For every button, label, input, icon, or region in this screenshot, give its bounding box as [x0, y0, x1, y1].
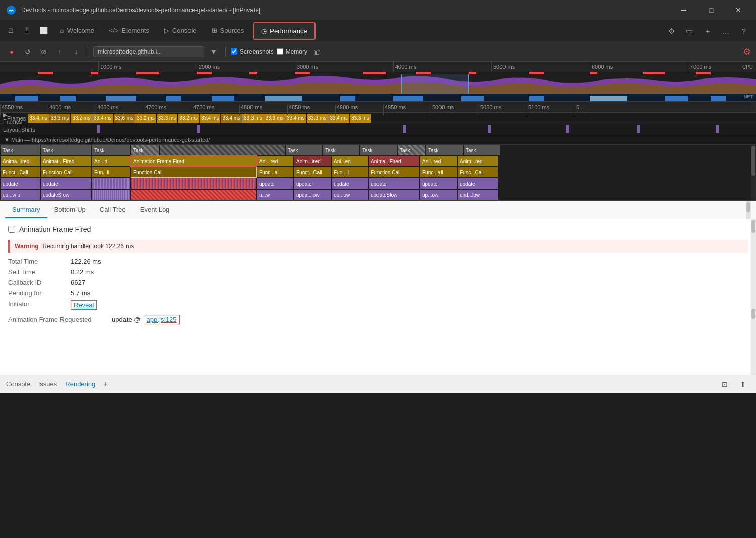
tasks-scrollbar-thumb[interactable] [751, 146, 755, 176]
reload-button[interactable]: ↺ [21, 45, 34, 58]
upload-button[interactable]: ↑ [53, 45, 67, 58]
func-call-3[interactable]: Fun...ll [92, 167, 130, 177]
status-icon-2[interactable]: ⬆ [736, 377, 750, 391]
event-checkbox[interactable] [8, 226, 15, 233]
tab-sidebar-toggle[interactable]: ⊡ [4, 20, 18, 42]
updateslow-8[interactable]: up...ow [420, 190, 457, 200]
summary-scrollbar-thumb[interactable] [751, 220, 755, 233]
updateslow-4[interactable]: u...w [257, 190, 293, 200]
frame-chip-9[interactable]: 33.4 ms [221, 114, 242, 123]
func-call-4[interactable]: Func...all [257, 167, 293, 177]
status-add-button[interactable]: + [103, 380, 108, 389]
update-3[interactable] [92, 178, 130, 189]
func-call-2[interactable]: Function Call [41, 167, 91, 177]
frame-chip-5[interactable]: 33.2 ms [135, 114, 156, 123]
update-selected[interactable] [131, 178, 256, 189]
tab-sources[interactable]: ⊞ Sources [205, 20, 251, 42]
frames-label[interactable]: ▶ Frames [0, 112, 5, 125]
frame-chip-14[interactable]: 33.4 ms [328, 114, 349, 123]
tab-device[interactable]: 📱 [19, 20, 35, 42]
update-4[interactable]: update [257, 178, 293, 189]
shift-marker-1[interactable] [97, 125, 100, 133]
task-1-4-stripe[interactable]: Task [131, 145, 159, 155]
reveal-link[interactable]: Reveal [71, 300, 97, 310]
frame-chip-1[interactable]: 33.3 ms [49, 114, 71, 123]
update-9[interactable]: update [458, 178, 498, 189]
panel-scrollbar-top[interactable] [746, 201, 751, 219]
anim-fired-1[interactable]: Anima...ired [1, 156, 40, 166]
update-2[interactable]: update [41, 178, 91, 189]
tab-console[interactable]: ▷ Console [157, 20, 204, 42]
clear-button[interactable]: ⊘ [37, 45, 50, 58]
tab-performance[interactable]: ◷ Performance [253, 22, 315, 40]
dropdown-arrow[interactable]: ▼ [207, 45, 220, 58]
status-issues-tab[interactable]: Issues [38, 380, 57, 388]
func-call-5[interactable]: Funct...Call [294, 167, 331, 177]
anim-fired-4[interactable]: Ani...red [257, 156, 293, 166]
tab-summary[interactable]: Summary [5, 202, 47, 218]
task-1-5[interactable]: Task [286, 145, 322, 155]
tasks-scrollbar-right[interactable] [751, 145, 756, 200]
anim-fired-3[interactable]: An...d [92, 156, 130, 166]
frame-chip-11[interactable]: 33.3 ms [264, 114, 285, 123]
anim-fired-9[interactable]: Anim...red [458, 156, 498, 166]
frame-chip-0[interactable]: 33.4 ms [28, 114, 49, 123]
anim-fired-6[interactable]: Ani...ed [332, 156, 368, 166]
task-1-7[interactable]: Task [360, 145, 397, 155]
summary-scrollbar[interactable] [751, 219, 756, 375]
tab-inspect[interactable]: ⬜ [36, 20, 52, 42]
status-console-tab[interactable]: Console [6, 380, 30, 388]
frame-chip-6[interactable]: 33.3 ms [157, 114, 178, 123]
shift-marker-6[interactable] [637, 125, 640, 133]
summary-scrollbar-thumb2[interactable] [751, 309, 755, 319]
update-7[interactable]: update [369, 178, 419, 189]
task-1-8-stripe[interactable]: Task [398, 145, 425, 155]
task-1-9[interactable]: Task [426, 145, 463, 155]
help-btn[interactable]: ? [736, 23, 752, 39]
frame-chip-4[interactable]: 33.6 ms [114, 114, 135, 123]
timeline-selection[interactable] [401, 74, 469, 94]
settings-gear-button[interactable]: ⚙ [743, 46, 751, 57]
update-8[interactable]: update [420, 178, 457, 189]
updateslow-9[interactable]: und...low [458, 190, 498, 200]
func-call-6[interactable]: Fun...ll [332, 167, 368, 177]
updateslow-5[interactable]: upda...low [294, 190, 331, 200]
anim-fired-7[interactable]: Anima...Fired [369, 156, 419, 166]
func-call-9[interactable]: Func...Call [458, 167, 498, 177]
shift-marker-4[interactable] [488, 125, 491, 133]
frame-chip-13[interactable]: 33.3 ms [307, 114, 328, 123]
frame-chip-8[interactable]: 33.4 ms [200, 114, 221, 123]
anim-fired-2[interactable]: Animat...Fired [41, 156, 91, 166]
tab-call-tree[interactable]: Call Tree [93, 202, 133, 218]
url-input[interactable] [93, 46, 204, 57]
updateslow-2[interactable]: updateSlow [41, 190, 91, 200]
add-tab-btn[interactable]: + [700, 23, 716, 39]
frame-chip-2[interactable]: 33.2 ms [71, 114, 92, 123]
updateslow-6[interactable]: up...ow [332, 190, 368, 200]
updateslow-7[interactable]: updateSlow [369, 190, 419, 200]
appjs-link[interactable]: app.js:125 [144, 315, 180, 324]
minimize-button[interactable]: ─ [672, 2, 696, 18]
shift-marker-7[interactable] [716, 125, 719, 133]
shift-marker-2[interactable] [197, 125, 200, 133]
tab-welcome[interactable]: ⌂ Welcome [53, 20, 101, 42]
frame-chip-12[interactable]: 33.4 ms [285, 114, 306, 123]
memory-checkbox[interactable] [277, 48, 283, 55]
updateslow-selected[interactable] [131, 190, 256, 200]
update-6[interactable]: update [332, 178, 368, 189]
settings-icon-btn[interactable]: ⚙ [663, 23, 679, 39]
task-1-3[interactable]: Task [92, 145, 130, 155]
anim-fired-5[interactable]: Anim...ired [294, 156, 331, 166]
status-icon-1[interactable]: ⊡ [718, 377, 732, 391]
anim-fired-8[interactable]: Ani...red [420, 156, 457, 166]
screenshots-checkbox[interactable] [231, 48, 237, 55]
frame-chip-10[interactable]: 33.3 ms [242, 114, 264, 123]
more-btn[interactable]: … [718, 23, 734, 39]
browser-icon-btn[interactable]: ▭ [681, 23, 698, 39]
tab-event-log[interactable]: Event Log [133, 202, 177, 218]
update-1[interactable]: update [1, 178, 40, 189]
update-5[interactable]: update [294, 178, 331, 189]
restore-button[interactable]: □ [700, 2, 723, 18]
close-button[interactable]: ✕ [727, 2, 750, 18]
shift-marker-3[interactable] [403, 125, 406, 133]
